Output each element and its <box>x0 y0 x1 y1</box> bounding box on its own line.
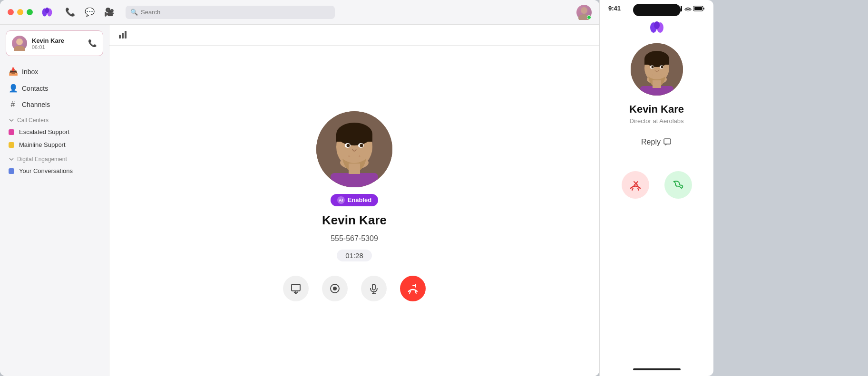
svg-point-3 <box>581 7 587 14</box>
sidebar-item-inbox[interactable]: 📥 Inbox <box>4 64 105 79</box>
chat-icon[interactable]: 💬 <box>85 7 95 17</box>
svg-rect-20 <box>331 173 378 187</box>
window-controls <box>8 9 33 15</box>
svg-rect-52 <box>664 139 671 144</box>
enabled-badge: AI Enabled <box>331 194 379 206</box>
app-body: Kevin Kare 06:01 📞 📥 Inbox 👤 Contacts # … <box>0 25 599 376</box>
svg-rect-9 <box>125 31 127 39</box>
svg-point-33 <box>688 10 689 11</box>
phone-logo <box>648 20 665 37</box>
inbox-label: Inbox <box>22 68 38 76</box>
search-input[interactable] <box>141 9 330 16</box>
phone-accept-button[interactable] <box>664 171 692 199</box>
transfer-button[interactable] <box>283 276 309 301</box>
call-item-info: Kevin Kare 06:01 <box>32 37 83 50</box>
hangup-button[interactable] <box>400 276 426 301</box>
mainline-support-label: Mainline Support <box>19 141 66 148</box>
call-item-time: 06:01 <box>32 44 83 50</box>
desktop-app: 📞 💬 🎥 🔍 <box>0 0 599 376</box>
mute-button[interactable] <box>361 276 387 301</box>
close-window-button[interactable] <box>8 9 14 15</box>
escalated-support-dot <box>9 129 14 135</box>
svg-point-48 <box>661 66 663 68</box>
titlebar-right <box>576 5 592 20</box>
svg-rect-25 <box>372 284 375 290</box>
call-item-name: Kevin Kare <box>32 37 83 44</box>
sidebar-item-mainline-support[interactable]: Mainline Support <box>0 138 109 151</box>
your-conversations-dot <box>9 168 14 174</box>
video-icon[interactable]: 🎥 <box>104 7 114 17</box>
digital-engagement-section[interactable]: Digital Engagement <box>0 151 109 164</box>
contacts-label: Contacts <box>22 85 48 92</box>
svg-point-18 <box>360 144 363 147</box>
svg-rect-21 <box>349 164 360 174</box>
sidebar-item-escalated-support[interactable]: Escalated Support <box>0 125 109 138</box>
search-bar[interactable]: 🔍 <box>126 6 335 19</box>
phone-device: 9:41 <box>599 0 713 376</box>
svg-point-5 <box>16 39 23 45</box>
svg-rect-22 <box>292 284 300 291</box>
call-item-avatar <box>12 36 27 51</box>
inbox-icon: 📥 <box>9 67 17 76</box>
call-actions <box>283 276 426 301</box>
call-centers-label: Call Centers <box>17 117 49 124</box>
sidebar-nav: 📥 Inbox 👤 Contacts # Channels <box>0 64 109 112</box>
channels-icon: # <box>9 100 17 109</box>
call-screen: AI Enabled Kevin Kare 555-567-5309 01:28 <box>109 46 599 376</box>
active-call-item[interactable]: Kevin Kare 06:01 📞 <box>6 30 103 56</box>
channels-label: Channels <box>22 101 50 108</box>
search-icon: 🔍 <box>130 9 138 16</box>
phone-icon[interactable]: 📞 <box>65 7 75 17</box>
keypad-button[interactable] <box>322 276 348 301</box>
app-logo <box>40 7 54 18</box>
sidebar-item-contacts[interactable]: 👤 Contacts <box>4 80 105 96</box>
phone-content: Kevin Kare Director at Aerolabs Reply <box>600 12 713 368</box>
digital-engagement-label: Digital Engagement <box>17 156 67 163</box>
contact-photo <box>316 111 392 187</box>
svg-rect-44 <box>644 59 669 65</box>
sidebar: Kevin Kare 06:01 📞 📥 Inbox 👤 Contacts # … <box>0 25 109 376</box>
online-status-dot <box>587 15 591 19</box>
ai-icon: AI <box>337 196 345 204</box>
active-call-phone-icon: 📞 <box>88 39 97 48</box>
svg-rect-8 <box>122 33 124 39</box>
titlebar-icons: 📞 💬 🎥 <box>65 7 114 17</box>
main-toolbar <box>109 25 599 46</box>
svg-rect-14 <box>336 134 372 142</box>
contact-name: Kevin Kare <box>322 213 387 228</box>
svg-point-17 <box>347 144 350 147</box>
phone-call-actions <box>622 171 692 199</box>
phone-time: 9:41 <box>608 5 621 12</box>
contacts-icon: 👤 <box>9 84 17 93</box>
svg-point-47 <box>651 66 653 68</box>
contact-phone: 555-567-5309 <box>331 234 378 243</box>
svg-point-39 <box>654 21 660 29</box>
svg-point-6 <box>14 46 25 51</box>
sidebar-item-channels[interactable]: # Channels <box>4 97 105 112</box>
call-centers-section[interactable]: Call Centers <box>0 112 109 125</box>
signal-icon <box>119 30 129 40</box>
escalated-support-label: Escalated Support <box>19 128 69 135</box>
svg-rect-7 <box>119 35 121 39</box>
svg-point-2 <box>45 7 49 13</box>
svg-rect-51 <box>653 80 661 88</box>
svg-point-24 <box>333 287 337 290</box>
user-avatar[interactable] <box>576 5 592 20</box>
svg-rect-36 <box>703 8 704 10</box>
enabled-badge-text: Enabled <box>348 196 372 203</box>
svg-rect-32 <box>681 6 682 11</box>
phone-decline-button[interactable] <box>622 171 649 199</box>
call-timer: 01:28 <box>337 250 372 261</box>
phone-home-bar <box>633 368 681 370</box>
phone-notch <box>633 4 681 16</box>
main-content: AI Enabled Kevin Kare 555-567-5309 01:28 <box>109 25 599 376</box>
mainline-support-dot <box>9 142 14 148</box>
title-bar: 📞 💬 🎥 🔍 <box>0 0 599 25</box>
your-conversations-label: Your Conversations <box>19 167 73 174</box>
phone-reply-area[interactable]: Reply <box>641 138 672 146</box>
phone-contact-avatar <box>631 43 683 96</box>
maximize-window-button[interactable] <box>27 9 33 15</box>
phone-contact-name: Kevin Kare <box>629 103 684 116</box>
sidebar-item-your-conversations[interactable]: Your Conversations <box>0 164 109 177</box>
minimize-window-button[interactable] <box>17 9 23 15</box>
